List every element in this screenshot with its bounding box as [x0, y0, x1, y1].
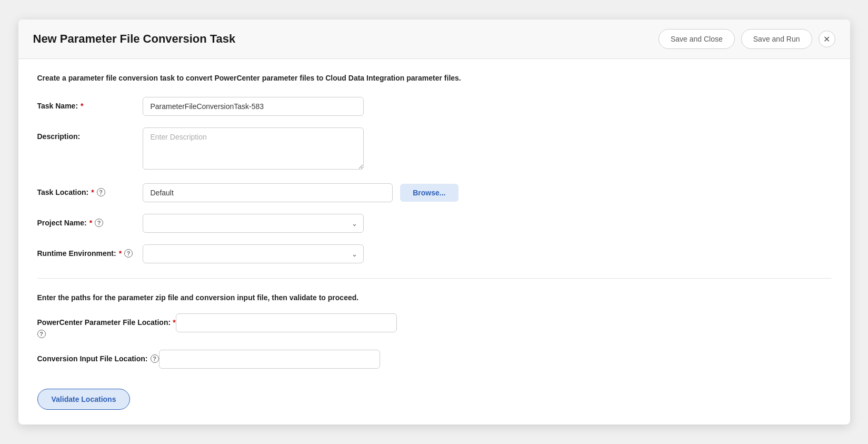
- runtime-env-help-icon[interactable]: ?: [124, 249, 133, 258]
- section2-description: Enter the paths for the parameter zip fi…: [37, 293, 831, 302]
- project-name-group: Project Name: * ? ⌄: [37, 214, 831, 233]
- conversion-input-wrapper: [159, 350, 380, 369]
- description-wrapper: [143, 127, 364, 172]
- runtime-env-select-wrapper: ⌄: [143, 244, 364, 263]
- project-name-select[interactable]: [143, 214, 364, 233]
- conversion-input-group: Conversion Input File Location: ?: [37, 350, 831, 369]
- task-location-group: Task Location: * ? Browse...: [37, 183, 831, 202]
- task-name-label: Task Name: *: [37, 97, 143, 110]
- task-name-required: *: [81, 102, 83, 110]
- description-input[interactable]: [143, 127, 364, 170]
- close-icon: ✕: [823, 34, 830, 44]
- save-and-close-button[interactable]: Save and Close: [659, 29, 735, 49]
- browse-button[interactable]: Browse...: [400, 184, 458, 202]
- pc-file-location-label: PowerCenter Parameter File Location: *: [37, 318, 176, 327]
- modal-body: Create a parameter file conversion task …: [18, 59, 850, 425]
- conversion-input-label: Conversion Input File Location: ?: [37, 350, 159, 363]
- task-location-row: Browse...: [143, 183, 458, 202]
- project-name-help-icon[interactable]: ?: [95, 219, 103, 227]
- section1-description: Create a parameter file conversion task …: [37, 74, 831, 82]
- close-button[interactable]: ✕: [819, 31, 835, 47]
- task-location-required: *: [91, 188, 94, 196]
- runtime-env-required: *: [119, 249, 122, 258]
- modal-container: New Parameter File Conversion Task Save …: [18, 19, 850, 425]
- runtime-env-select[interactable]: [143, 244, 364, 263]
- conversion-input-field[interactable]: [159, 350, 380, 369]
- validate-locations-button[interactable]: Validate Locations: [37, 389, 131, 410]
- pc-file-location-wrapper: [176, 313, 397, 332]
- task-location-input[interactable]: [143, 183, 393, 202]
- project-name-wrapper: ⌄: [143, 214, 364, 233]
- project-name-select-wrapper: ⌄: [143, 214, 364, 233]
- header-actions: Save and Close Save and Run ✕: [659, 29, 835, 49]
- pc-file-location-label-block: PowerCenter Parameter File Location: * ?: [37, 313, 176, 338]
- task-location-help-icon[interactable]: ?: [97, 188, 105, 196]
- task-name-input[interactable]: [143, 97, 364, 116]
- task-name-group: Task Name: *: [37, 97, 831, 116]
- save-and-run-button[interactable]: Save and Run: [741, 29, 812, 49]
- description-group: Description:: [37, 127, 831, 172]
- task-name-wrapper: [143, 97, 364, 116]
- modal-header: New Parameter File Conversion Task Save …: [18, 19, 850, 59]
- pc-file-help-icon[interactable]: ?: [37, 330, 46, 338]
- pc-file-help-row: ?: [37, 329, 176, 338]
- conversion-input-help-icon[interactable]: ?: [151, 354, 159, 363]
- pc-file-location-input[interactable]: [176, 313, 397, 332]
- page-title: New Parameter File Conversion Task: [33, 32, 236, 46]
- pc-file-location-group: PowerCenter Parameter File Location: * ?: [37, 313, 831, 338]
- runtime-env-group: Runtime Environment: * ? ⌄: [37, 244, 831, 263]
- runtime-env-label: Runtime Environment: * ?: [37, 244, 143, 258]
- project-name-label: Project Name: * ?: [37, 214, 143, 227]
- description-label: Description:: [37, 127, 143, 141]
- runtime-env-wrapper: ⌄: [143, 244, 364, 263]
- section-divider: [37, 278, 831, 279]
- project-name-required: *: [89, 219, 92, 227]
- task-location-label: Task Location: * ?: [37, 183, 143, 196]
